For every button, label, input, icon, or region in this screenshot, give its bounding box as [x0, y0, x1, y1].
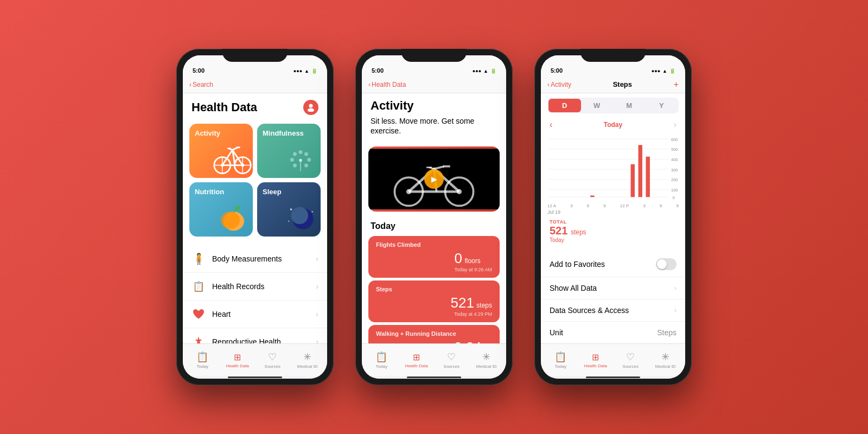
favorites-toggle[interactable] [656, 258, 676, 270]
sources-label-1: Sources [265, 364, 280, 369]
status-time-2: 5:00 [372, 67, 384, 74]
distance-title: Walking + Running Distance [376, 330, 492, 337]
period-tab-y[interactable]: Y [646, 99, 678, 112]
notch-3 [580, 49, 646, 62]
tab-sources-3[interactable]: ♡ Sources [617, 351, 644, 369]
reproductive-icon [192, 335, 206, 343]
notch-2 [401, 49, 467, 62]
date-label: Today [604, 121, 622, 129]
medical-icon-1: ✳ [303, 351, 311, 363]
profile-icon[interactable] [303, 100, 318, 115]
flights-time: Today at 9:26 AM [454, 267, 492, 272]
svg-point-30 [311, 210, 313, 212]
tab-bar-3: 📋 Today ⊞ Health Data ♡ Sources ✳ Medica… [541, 343, 685, 376]
notch-1 [222, 49, 288, 62]
tab-sources-2[interactable]: ♡ Sources [438, 351, 465, 369]
svg-text:200: 200 [671, 177, 678, 182]
list-item-reproductive[interactable]: Reproductive Health › [183, 328, 327, 343]
options-section: Add to Favorites Show All Data › Data So… [541, 252, 685, 343]
svg-rect-54 [590, 195, 594, 197]
list-item-body[interactable]: 🧍 Body Measurements › [183, 245, 327, 273]
health-data-label-1: Health Data [226, 363, 249, 368]
add-button-3[interactable]: + [674, 80, 679, 90]
next-date[interactable]: › [674, 120, 676, 130]
unit-value: Steps [657, 328, 676, 337]
option-unit: Unit Steps [541, 322, 685, 343]
tab-health-data-2[interactable]: ⊞ Health Data [403, 352, 430, 368]
total-label: TOTAL [550, 219, 676, 225]
today-label-2: Today [376, 364, 387, 369]
phone-3-screen: 5:00 ●●● ▲ 🔋 ‹ Activity Steps + D W M Y [541, 55, 685, 379]
health-data-icon-2: ⊞ [413, 352, 420, 362]
svg-rect-55 [631, 164, 635, 197]
svg-point-23 [293, 163, 297, 167]
sources-icon-2: ♡ [447, 351, 456, 363]
period-tab-d[interactable]: D [548, 99, 581, 112]
screen1-title: Health Data [192, 100, 257, 114]
tab-sources-1[interactable]: ♡ Sources [259, 351, 286, 369]
phone-1-screen: 5:00 ●●● ▲ 🔋 ‹ Search Health Data [183, 55, 327, 379]
signal-icon-1: ●●● [293, 68, 302, 74]
data-sources-label: Data Sources & Access [550, 306, 629, 315]
period-tab-m[interactable]: M [613, 99, 646, 112]
option-show-all[interactable]: Show All Data › [541, 277, 685, 299]
back-button-2[interactable]: ‹ Health Data [368, 81, 406, 88]
mindfulness-label: Mindfulness [263, 129, 304, 137]
chevron-back-icon-2: ‹ [368, 81, 371, 88]
svg-point-22 [290, 158, 293, 162]
tab-today-1[interactable]: 📋 Today [189, 351, 216, 369]
sources-label-2: Sources [444, 364, 459, 369]
favorites-label: Add to Favorites [550, 260, 605, 269]
distance-value: 0.24 [454, 339, 482, 343]
flights-value: 0 [454, 250, 462, 266]
body-icon: 🧍 [192, 252, 206, 266]
flights-value-group: 0 floors Today at 9:26 AM [454, 250, 492, 272]
flights-title: Flights Climbed [376, 241, 492, 248]
category-activity[interactable]: Activity [189, 124, 253, 178]
flights-unit: floors [464, 257, 480, 265]
home-indicator-1 [183, 376, 327, 379]
home-bar-1 [228, 376, 282, 378]
activity-label: Activity [195, 129, 220, 137]
tab-today-3[interactable]: 📋 Today [547, 351, 574, 369]
tab-medical-3[interactable]: ✳ Medical ID [652, 351, 679, 369]
period-tab-w[interactable]: W [581, 99, 614, 112]
svg-point-0 [309, 104, 313, 108]
phone-3: 5:00 ●●● ▲ 🔋 ‹ Activity Steps + D W M Y [534, 49, 692, 385]
category-sleep[interactable]: Sleep [257, 182, 321, 237]
unit-right: Steps [657, 328, 676, 337]
medical-label-2: Medical ID [476, 364, 497, 369]
chevron-reproductive: › [316, 337, 318, 343]
wifi-icon-3: ▲ [662, 68, 667, 74]
stat-card-distance: Walking + Running Distance 0.24 mi Today… [368, 325, 500, 343]
screen1-header: Health Data [183, 93, 327, 119]
stat-card-steps: Steps 521 steps Today at 4:29 PM [368, 280, 500, 322]
category-mindfulness[interactable]: Mindfulness [257, 124, 321, 178]
tab-today-2[interactable]: 📋 Today [368, 351, 395, 369]
steps-time: Today at 4:29 PM [450, 311, 492, 317]
category-nutrition[interactable]: Nutrition [189, 182, 253, 237]
back-button-1[interactable]: ‹ Search [189, 81, 213, 88]
sources-label-3: Sources [623, 364, 639, 369]
svg-point-29 [290, 208, 292, 210]
screen3-content: D W M Y ‹ Today › [541, 93, 685, 343]
sleep-label: Sleep [263, 188, 282, 196]
medical-icon-2: ✳ [482, 351, 490, 363]
sleep-illustration [280, 196, 321, 237]
list-item-records[interactable]: 📋 Health Records › [183, 273, 327, 301]
health-data-label-2: Health Data [405, 363, 428, 368]
tab-health-data-1[interactable]: ⊞ Health Data [224, 352, 251, 368]
list-item-heart[interactable]: Heart › [183, 301, 327, 328]
video-card[interactable]: ▶ [368, 146, 500, 212]
tab-medical-1[interactable]: ✳ Medical ID [294, 351, 321, 369]
home-indicator-3 [541, 376, 685, 379]
nav-bar-2: ‹ Health Data [362, 76, 506, 93]
steps-title: Steps [376, 286, 492, 292]
tab-medical-2[interactable]: ✳ Medical ID [473, 351, 500, 369]
back-button-3[interactable]: ‹ Activity [547, 81, 571, 88]
mindfulness-illustration [280, 137, 321, 178]
home-bar-3 [586, 376, 640, 378]
tab-health-data-3[interactable]: ⊞ Health Data [582, 352, 609, 368]
option-data-sources[interactable]: Data Sources & Access › [541, 299, 685, 322]
prev-date[interactable]: ‹ [550, 120, 552, 130]
